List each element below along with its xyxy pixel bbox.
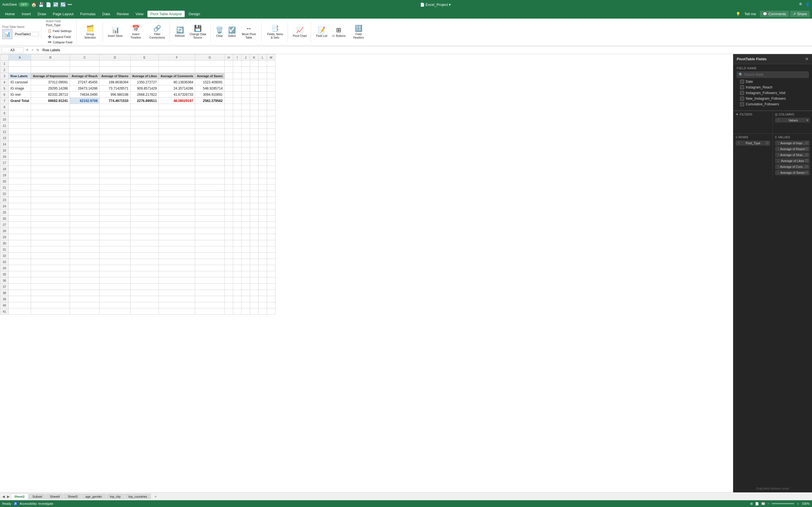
cell-14-7[interactable] (224, 141, 233, 147)
cell-23-3[interactable] (100, 197, 130, 203)
cell-29-0[interactable] (9, 234, 31, 240)
pivot-chart-btn[interactable]: 📈 Pivot Chart (291, 25, 308, 39)
cell-33-4[interactable] (130, 259, 159, 265)
next-sheet-btn[interactable]: ▶ (6, 495, 11, 499)
cell-15-8[interactable] (233, 147, 241, 154)
cell-40-4[interactable] (130, 302, 159, 308)
cell-16-4[interactable] (130, 154, 159, 160)
cell-7-1[interactable]: 69682.91241 (31, 98, 70, 104)
cell-3-8[interactable] (233, 73, 241, 79)
cell-31-3[interactable] (100, 246, 130, 252)
cell-29-3[interactable] (100, 234, 130, 240)
cell-36-6[interactable] (195, 277, 224, 284)
cell-31-5[interactable] (159, 246, 195, 252)
cell-33-2[interactable] (70, 259, 100, 265)
cell-28-9[interactable] (241, 228, 250, 234)
cell-26-0[interactable] (9, 216, 31, 222)
row-header-23[interactable]: 23 (0, 197, 9, 203)
cell-3-7[interactable] (224, 73, 233, 79)
cell-38-3[interactable] (100, 290, 130, 296)
row-header-32[interactable]: 32 (0, 252, 9, 259)
cell-3-1[interactable]: Average of Impressions (31, 73, 70, 79)
cancel-btn[interactable]: ✕ (25, 48, 30, 52)
cell-25-2[interactable] (70, 209, 100, 216)
cell-25-7[interactable] (224, 209, 233, 216)
row-header-18[interactable]: 18 (0, 166, 9, 172)
cell-36-1[interactable] (31, 277, 70, 284)
cell-41-0[interactable] (9, 308, 31, 315)
cell-35-3[interactable] (100, 271, 130, 277)
cell-14-11[interactable] (258, 141, 267, 147)
cell-40-3[interactable] (100, 302, 130, 308)
cell-12-0[interactable] (9, 129, 31, 135)
cell-21-9[interactable] (241, 184, 250, 191)
cell-14-5[interactable] (159, 141, 195, 147)
cell-6-6[interactable]: 3094.910891 (195, 92, 224, 98)
cell-14-8[interactable] (233, 141, 241, 147)
cell-23-7[interactable] (224, 197, 233, 203)
row-header-10[interactable]: 10 (0, 116, 9, 122)
cell-39-11[interactable] (258, 296, 267, 302)
cell-4-5[interactable]: 80.13636364 (159, 79, 195, 86)
col-header-b[interactable]: B (31, 54, 70, 61)
cell-35-2[interactable] (70, 271, 100, 277)
cell-19-11[interactable] (258, 172, 267, 178)
cell-31-0[interactable] (9, 246, 31, 252)
autosave-toggle[interactable]: OFF (18, 2, 29, 7)
cell-38-12[interactable] (267, 290, 275, 296)
cell-32-2[interactable] (70, 252, 100, 259)
cell-41-4[interactable] (130, 308, 159, 315)
select-btn[interactable]: ☑️ Select (226, 25, 238, 39)
cell-19-7[interactable] (224, 172, 233, 178)
cell-11-3[interactable] (100, 122, 130, 129)
cell-8-10[interactable] (250, 104, 258, 110)
view-page-break-icon[interactable]: 📄 (755, 502, 759, 506)
undo-icon[interactable]: ↩️ (53, 2, 59, 7)
cell-33-8[interactable] (233, 259, 241, 265)
cell-18-4[interactable] (130, 166, 159, 172)
cell-4-12[interactable] (267, 79, 275, 86)
cell-27-11[interactable] (258, 222, 267, 228)
cell-16-8[interactable] (233, 154, 241, 160)
collapse-field-btn[interactable]: ➖ Collapse Field (46, 40, 74, 45)
cell-16-3[interactable] (100, 154, 130, 160)
cell-37-5[interactable] (159, 284, 195, 290)
cell-1-6[interactable] (195, 61, 224, 67)
cell-30-3[interactable] (100, 240, 130, 246)
cell-38-0[interactable] (9, 290, 31, 296)
cell-22-3[interactable] (100, 191, 130, 197)
cell-21-5[interactable] (159, 184, 195, 191)
cell-10-1[interactable] (31, 116, 70, 122)
field-checkbox-date[interactable] (740, 80, 744, 83)
search-icon[interactable]: 🔍 (799, 3, 803, 6)
cell-10-9[interactable] (241, 116, 250, 122)
cell-35-11[interactable] (258, 271, 267, 277)
cell-9-6[interactable] (195, 110, 224, 116)
cell-19-2[interactable] (70, 172, 100, 178)
cell-39-7[interactable] (224, 296, 233, 302)
cell-20-8[interactable] (233, 178, 241, 184)
row-header-33[interactable]: 33 (0, 259, 9, 265)
cell-1-2[interactable] (70, 61, 100, 67)
row-header-34[interactable]: 34 (0, 265, 9, 271)
col-header-m[interactable]: M (267, 54, 275, 61)
cell-32-12[interactable] (267, 252, 275, 259)
cell-20-7[interactable] (224, 178, 233, 184)
cell-24-5[interactable] (159, 203, 195, 209)
area-values-likes[interactable]: ⋮ Average of Likes ⓘ (775, 158, 810, 163)
cell-17-4[interactable] (130, 160, 159, 166)
cell-22-5[interactable] (159, 191, 195, 197)
cell-12-12[interactable] (267, 129, 275, 135)
menu-insert[interactable]: Insert (19, 11, 34, 17)
cell-40-10[interactable] (250, 302, 258, 308)
cell-40-0[interactable] (9, 302, 31, 308)
cell-39-8[interactable] (233, 296, 241, 302)
cell-20-11[interactable] (258, 178, 267, 184)
cell-5-4[interactable]: 909.8571429 (130, 86, 159, 92)
cell-27-4[interactable] (130, 222, 159, 228)
cell-41-1[interactable] (31, 308, 70, 315)
cell-24-7[interactable] (224, 203, 233, 209)
spreadsheet[interactable]: A B C D E F G H I J K L M (0, 54, 733, 492)
cell-34-9[interactable] (241, 265, 250, 271)
cell-24-9[interactable] (241, 203, 250, 209)
